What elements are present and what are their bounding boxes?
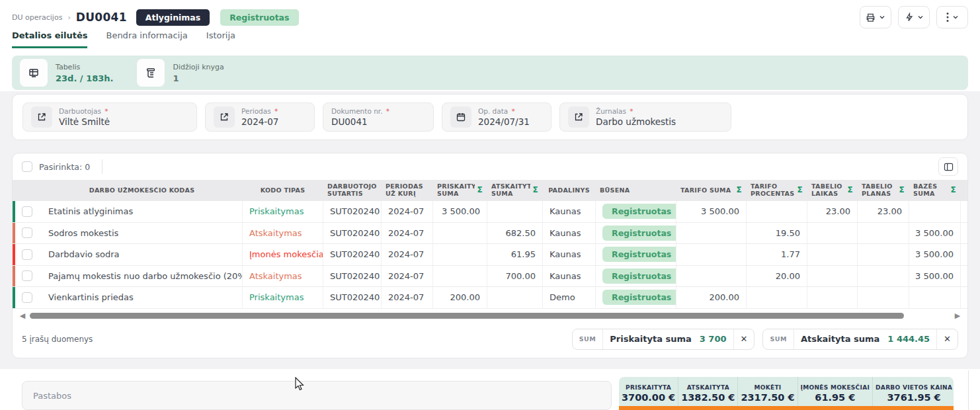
cell-base_sum[interactable] bbox=[909, 201, 961, 222]
cell-period[interactable]: 2024-07 bbox=[382, 223, 433, 244]
row-checkbox[interactable] bbox=[22, 270, 32, 281]
column-header-department[interactable]: PADALINYS bbox=[543, 180, 596, 201]
cell-type[interactable]: Priskaitymas bbox=[243, 201, 323, 222]
cell-spacer[interactable] bbox=[961, 287, 968, 308]
cell-period[interactable]: 2024-07 bbox=[382, 266, 433, 287]
cell-deducted[interactable]: 682.50 bbox=[487, 223, 543, 244]
automation-button[interactable] bbox=[898, 6, 930, 28]
cell-contract[interactable]: SUT020240 bbox=[323, 223, 382, 244]
table-row[interactable]: Pajamų mokestis nuo darbo užmokesčio (20… bbox=[13, 266, 967, 288]
notes-input[interactable]: Pastabos bbox=[22, 381, 612, 410]
column-header-tabel_plan[interactable]: TABELIO PLANASΣ bbox=[858, 180, 909, 201]
cell-spacer[interactable] bbox=[961, 266, 968, 287]
sum-icon[interactable]: Σ bbox=[737, 186, 743, 195]
table-row[interactable]: Vienkartinis priedasPriskaitymasSUT02024… bbox=[13, 287, 967, 309]
cell-deducted[interactable] bbox=[487, 201, 543, 222]
cell-contract[interactable]: SUT020240 bbox=[323, 287, 382, 308]
cell-code[interactable]: Vienkartinis priedas bbox=[42, 287, 243, 308]
tab-istorija[interactable]: Istorija bbox=[206, 30, 235, 48]
table-row[interactable]: Sodros mokestisAtskaitymasSUT0202402024-… bbox=[13, 223, 967, 245]
info-item-tabelis[interactable]: Tabelis 23d. / 183h. bbox=[20, 59, 113, 87]
cell-tabel_time[interactable] bbox=[807, 223, 858, 244]
cell-type[interactable]: Atskaitymas bbox=[243, 223, 323, 244]
cell-deducted[interactable]: 700.00 bbox=[487, 266, 543, 287]
cell-tabel_plan[interactable] bbox=[858, 223, 909, 244]
cell-tabel_time[interactable] bbox=[807, 266, 858, 287]
column-header-tabel_time[interactable]: TABELIO LAIKASΣ bbox=[807, 180, 858, 201]
row-checkbox[interactable] bbox=[22, 292, 32, 303]
cell-period[interactable]: 2024-07 bbox=[382, 244, 433, 265]
field-periodas[interactable]: Periodas *2024-07 bbox=[205, 102, 315, 132]
row-checkbox[interactable] bbox=[22, 227, 32, 238]
cell-tariff_pct[interactable] bbox=[747, 287, 807, 308]
sum-icon[interactable]: Σ bbox=[951, 186, 957, 195]
close-icon[interactable]: ✕ bbox=[936, 329, 958, 349]
cell-period[interactable]: 2024-07 bbox=[382, 201, 433, 222]
cell-tariff_pct[interactable]: 1.77 bbox=[747, 244, 807, 265]
table-row[interactable]: Etatinis atlyginimasPriskaitymasSUT02024… bbox=[13, 201, 967, 223]
column-header-code[interactable]: DARBO UŽMOKESČIO KODAS bbox=[42, 180, 243, 201]
column-header-period[interactable]: PERIODAS UŽ KURĮ bbox=[382, 180, 433, 201]
cell-type[interactable]: Atskaitymas bbox=[243, 266, 323, 287]
cell-base_sum[interactable]: 3 500.00 bbox=[909, 266, 961, 287]
info-item-didzioji-knyga[interactable]: Didžioji knyga 1 bbox=[137, 59, 224, 87]
cell-accrued[interactable] bbox=[433, 266, 487, 287]
tab-detalios-eilutes[interactable]: Detalios eilutės bbox=[12, 30, 87, 48]
table-row[interactable]: Darbdavio sodraĮmonės mokesčiaiSUT020240… bbox=[13, 244, 967, 266]
cell-tariff_pct[interactable]: 19.50 bbox=[747, 223, 807, 244]
external-link-icon[interactable] bbox=[568, 106, 589, 128]
cell-status[interactable]: Registruotas bbox=[596, 244, 676, 265]
cell-tariff_sum[interactable]: 200.00 bbox=[676, 287, 747, 308]
column-header-accrued[interactable]: PRISKAITYTA SUMAΣ bbox=[433, 180, 487, 201]
cell-base_sum[interactable] bbox=[909, 287, 961, 308]
cell-base_sum[interactable]: 3 500.00 bbox=[909, 244, 961, 265]
cell-type[interactable]: Priskaitymas bbox=[243, 287, 323, 308]
cell-tabel_time[interactable] bbox=[807, 244, 858, 265]
sum-icon[interactable]: Σ bbox=[533, 186, 539, 195]
cell-tabel_plan[interactable] bbox=[858, 287, 909, 308]
cell-deducted[interactable] bbox=[487, 287, 543, 308]
cell-accrued[interactable]: 3 500.00 bbox=[433, 201, 487, 222]
tab-bendra-informacija[interactable]: Bendra informacija bbox=[106, 30, 187, 48]
cell-code[interactable]: Darbdavio sodra bbox=[42, 244, 243, 265]
column-header-spacer[interactable] bbox=[961, 180, 968, 201]
column-header-deducted[interactable]: ATSKAITYTA SUMAΣ bbox=[487, 180, 543, 201]
cell-code[interactable]: Sodros mokestis bbox=[42, 223, 243, 244]
scroll-left-arrow[interactable]: ◀ bbox=[18, 311, 27, 320]
cell-department[interactable]: Kaunas bbox=[543, 266, 596, 287]
cell-department[interactable]: Kaunas bbox=[543, 223, 596, 244]
cell-period[interactable]: 2024-07 bbox=[382, 287, 433, 308]
print-button[interactable] bbox=[860, 6, 891, 28]
cell-code[interactable]: Etatinis atlyginimas bbox=[42, 201, 243, 222]
row-checkbox[interactable] bbox=[22, 249, 32, 260]
cell-accrued[interactable] bbox=[433, 244, 487, 265]
cell-deducted[interactable]: 61.95 bbox=[487, 244, 543, 265]
cell-tabel_time[interactable] bbox=[807, 287, 858, 308]
scrollbar-track[interactable] bbox=[30, 313, 950, 319]
cell-status[interactable]: Registruotas bbox=[596, 223, 676, 244]
cell-tariff_sum[interactable]: 3 500.00 bbox=[676, 201, 747, 222]
scrollbar-thumb[interactable] bbox=[30, 313, 904, 319]
cell-department[interactable]: Kaunas bbox=[543, 201, 596, 222]
more-actions-button[interactable] bbox=[936, 6, 968, 28]
column-header-tariff_pct[interactable]: TARIFO PROCENTASΣ bbox=[747, 180, 807, 201]
cell-spacer[interactable] bbox=[961, 201, 968, 222]
cell-accrued[interactable]: 200.00 bbox=[433, 287, 487, 308]
cell-tariff_sum[interactable] bbox=[676, 266, 747, 287]
column-header-base_sum[interactable]: BAZĖS SUMAΣ bbox=[909, 180, 961, 201]
cell-accrued[interactable] bbox=[433, 223, 487, 244]
cell-type[interactable]: Įmonės mokesčiai bbox=[243, 244, 323, 265]
column-header-type[interactable]: KODO TIPAS bbox=[243, 180, 323, 201]
cell-department[interactable]: Demo bbox=[543, 287, 596, 308]
calendar-icon[interactable] bbox=[450, 106, 471, 128]
external-link-icon[interactable] bbox=[214, 106, 235, 128]
field-darbuotojas[interactable]: Darbuotojas *Viltė Smiltė bbox=[22, 102, 197, 132]
column-header-status[interactable]: BŪSENA bbox=[596, 180, 676, 201]
cell-contract[interactable]: SUT020240 bbox=[323, 201, 382, 222]
cell-contract[interactable]: SUT020240 bbox=[323, 266, 382, 287]
cell-status[interactable]: Registruotas bbox=[596, 266, 676, 287]
field--urnalas[interactable]: Žurnalas *Darbo užmokestis bbox=[559, 102, 731, 132]
cell-department[interactable]: Kaunas bbox=[543, 244, 596, 265]
cell-contract[interactable]: SUT020240 bbox=[323, 244, 382, 265]
cell-spacer[interactable] bbox=[961, 223, 968, 244]
